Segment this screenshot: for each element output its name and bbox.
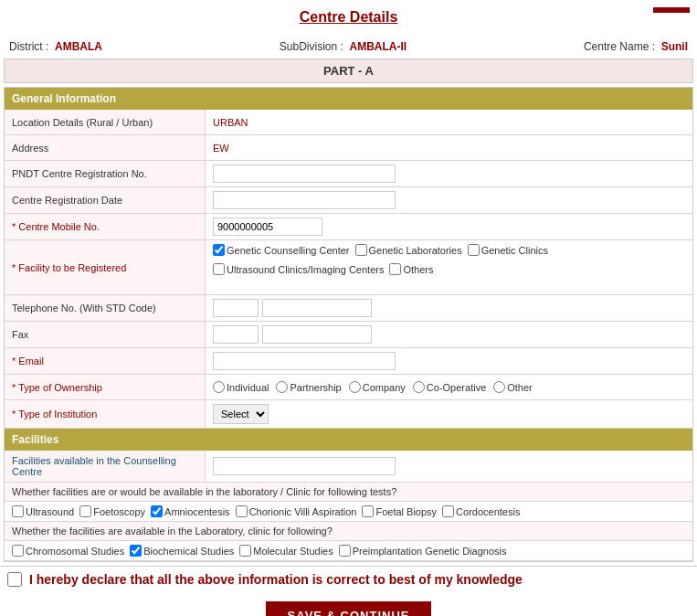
cb-ultrasound[interactable]: Ultrasound: [12, 505, 74, 517]
mobile-input[interactable]: [213, 218, 322, 236]
fax-inputs: [213, 325, 372, 344]
cb-molecular[interactable]: Molecular Studies: [239, 545, 333, 557]
cb-genetic-labs[interactable]: Genetic Laboratories: [355, 244, 462, 256]
lab-checkboxes-row: Ultrasound Foetoscopy Amniocentesis Chor…: [5, 502, 692, 522]
reg-date-label: Centre Registration Date: [5, 187, 206, 213]
cb-amniocentesis[interactable]: Amniocentesis: [151, 505, 230, 517]
page-header: Centre Details: [0, 0, 697, 35]
clinic-checkboxes-row: Chromosomal Studies Biochemical Studies …: [5, 541, 692, 561]
cb-genetic-clinics[interactable]: Genetic Clinics: [468, 244, 548, 256]
cb-genetic-counselling[interactable]: Genetic Counselling Center: [213, 244, 350, 256]
cb-genetic-counselling-input[interactable]: [213, 244, 225, 256]
reg-date-input[interactable]: [213, 191, 396, 209]
facility-checkboxes-row1: Genetic Counselling Center Genetic Labor…: [213, 244, 548, 256]
cb-cordocentesis[interactable]: Cordocentesis: [442, 505, 520, 517]
cb-preimplantation-input[interactable]: [339, 545, 351, 557]
facility-row: * Facility to be Registered Genetic Coun…: [5, 240, 692, 295]
facilities-header: Facilities: [5, 429, 692, 451]
location-value: URBAN: [206, 110, 692, 134]
radio-other-input[interactable]: [493, 381, 505, 393]
pndt-label: PNDT Centre Registration No.: [5, 161, 206, 186]
reg-date-value: [206, 187, 692, 213]
cb-chorionic[interactable]: Chorionic Villi Aspiration: [236, 505, 357, 517]
reg-date-row: Centre Registration Date: [5, 187, 692, 214]
district-value: AMBALA: [55, 40, 102, 53]
cb-amniocentesis-input[interactable]: [151, 505, 163, 517]
radio-individual-input[interactable]: [213, 381, 225, 393]
cb-genetic-labs-input[interactable]: [355, 244, 367, 256]
radio-company-input[interactable]: [349, 381, 361, 393]
btn-row: SAVE & CONTINUE: [0, 592, 697, 616]
cb-foetal-biopsy-input[interactable]: [362, 505, 374, 517]
address-text: EW: [213, 143, 229, 154]
cb-preimplantation[interactable]: Preimplantation Genetic Diagnosis: [339, 545, 507, 557]
lab-question-row: Whether facilities are or would be avail…: [5, 483, 692, 502]
centre-name-label: Centre Name :: [584, 40, 655, 53]
part-label: PART - A: [4, 58, 693, 83]
tel-number-input[interactable]: [262, 299, 372, 317]
counselling-facilities-label: Facilities available in the Counselling …: [5, 451, 206, 482]
institution-value: Select: [206, 400, 692, 428]
fax-value: [206, 322, 692, 347]
radio-partnership-input[interactable]: [276, 381, 288, 393]
pndt-value: [206, 161, 692, 186]
cb-ultrasound-clinics-input[interactable]: [213, 263, 225, 275]
address-row: Address EW: [5, 135, 692, 161]
clinic-question-row: Whether the facilities are available in …: [5, 522, 692, 541]
cb-molecular-input[interactable]: [239, 545, 251, 557]
cb-others-input[interactable]: [389, 263, 401, 275]
facility-value: Genetic Counselling Center Genetic Labor…: [206, 240, 692, 294]
subdivision-label: SubDivision :: [280, 40, 343, 53]
cb-chromosomal[interactable]: Chromosomal Studies: [12, 545, 124, 557]
cb-ultrasound-clinics[interactable]: Ultrasound Clinics/Imaging Centers: [213, 263, 384, 275]
cb-foetoscopy[interactable]: Foetoscopy: [79, 505, 145, 517]
radio-individual[interactable]: Individual: [213, 381, 269, 393]
declaration-checkbox[interactable]: [7, 572, 22, 587]
radio-cooperative-input[interactable]: [413, 381, 425, 393]
radio-other[interactable]: Other: [493, 381, 533, 393]
tel-inputs: [213, 299, 372, 317]
ownership-row: * Type of Ownership Individual Partnersh…: [5, 375, 692, 400]
counselling-facilities-input[interactable]: [213, 457, 396, 475]
form-container: General Information Location Details (Ru…: [4, 87, 693, 562]
fax-label: Fax: [5, 322, 206, 347]
pndt-input[interactable]: [213, 165, 396, 183]
counselling-facilities-row: Facilities available in the Counselling …: [5, 451, 692, 483]
info-bar: District : AMBALA SubDivision : AMBALA-I…: [0, 35, 697, 58]
institution-select[interactable]: Select: [213, 404, 269, 424]
tel-label: Telephone No. (With STD Code): [5, 295, 206, 321]
mobile-row: * Centre Mobile No.: [5, 214, 692, 240]
cb-foetoscopy-input[interactable]: [79, 505, 91, 517]
counselling-facilities-value: [206, 451, 692, 482]
cb-chromosomal-input[interactable]: [12, 545, 24, 557]
cb-biochemical-input[interactable]: [130, 545, 142, 557]
facility-checkboxes-row2: Ultrasound Clinics/Imaging Centers Other…: [213, 263, 433, 275]
fax-row: Fax: [5, 322, 692, 348]
fax-std-input[interactable]: [213, 325, 259, 344]
cb-foetal-biopsy[interactable]: Foetal Biopsy: [362, 505, 437, 517]
pndt-row: PNDT Centre Registration No.: [5, 161, 692, 187]
email-input[interactable]: [213, 352, 396, 370]
lab-checkboxes: Ultrasound Foetoscopy Amniocentesis Chor…: [12, 505, 685, 517]
clinic-checkboxes: Chromosomal Studies Biochemical Studies …: [12, 545, 685, 557]
institution-label: * Type of Institution: [5, 400, 206, 428]
cb-chorionic-input[interactable]: [236, 505, 248, 517]
radio-cooperative[interactable]: Co-Operative: [413, 381, 486, 393]
address-value: EW: [206, 135, 692, 160]
save-continue-button[interactable]: SAVE & CONTINUE: [266, 601, 432, 616]
location-text: URBAN: [213, 117, 248, 128]
address-label: Address: [5, 135, 206, 160]
ownership-value: Individual Partnership Company Co-Operat…: [206, 375, 692, 399]
cb-biochemical[interactable]: Biochemical Studies: [130, 545, 234, 557]
cb-cordocentesis-input[interactable]: [442, 505, 454, 517]
radio-partnership[interactable]: Partnership: [276, 381, 341, 393]
cb-ultrasound-input[interactable]: [12, 505, 24, 517]
fax-number-input[interactable]: [262, 325, 372, 344]
cb-others[interactable]: Others: [389, 263, 433, 275]
centre-name-value: Sunil: [661, 40, 688, 53]
general-info-header: General Information: [5, 88, 692, 110]
facility-label: * Facility to be Registered: [5, 240, 206, 294]
tel-std-input[interactable]: [213, 299, 259, 317]
radio-company[interactable]: Company: [349, 381, 406, 393]
cb-genetic-clinics-input[interactable]: [468, 244, 480, 256]
